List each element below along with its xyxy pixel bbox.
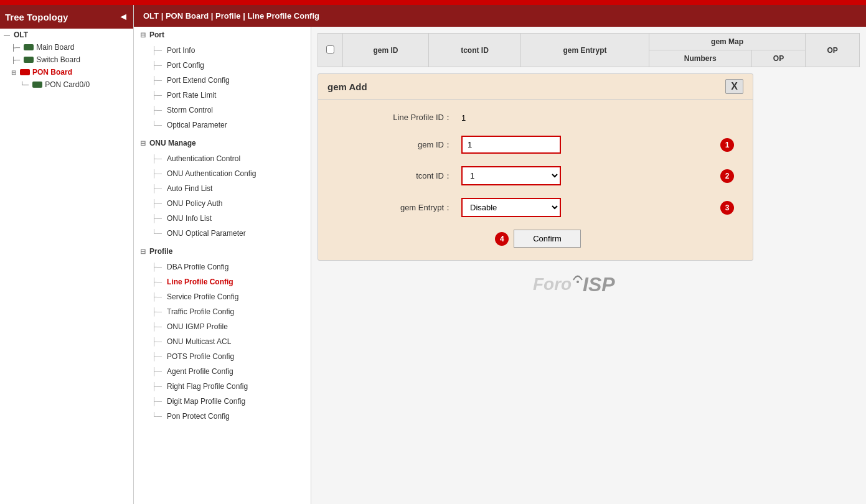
form-row-gem-entrypt: gem Entrypt： Disable Enable 3	[337, 198, 734, 217]
profile-section-label: Profile	[149, 247, 172, 256]
tree-item-switch-board[interactable]: ├─ Switch Board	[0, 54, 133, 66]
nav-item-onu-auth-config[interactable]: ├─ ONU Authentication Config	[134, 166, 311, 181]
tree-item-pon-card[interactable]: └─ PON Card0/0	[0, 78, 133, 91]
olt-label: OLT	[14, 30, 28, 39]
table-select-all-header	[318, 34, 343, 67]
sidebar-header: Tree Topology ◄	[0, 5, 133, 29]
gem-table: gem ID tcont ID gem Entrypt gem Map OP N…	[318, 33, 860, 67]
tree-item-pon-board[interactable]: ⊟ PON Board	[0, 66, 133, 78]
step-badge-2: 2	[720, 169, 734, 183]
pon-board-label: PON Board	[32, 68, 72, 77]
nav-item-onu-optical-parameter[interactable]: └─ ONU Optical Parameter	[134, 226, 311, 241]
nav-item-port-info[interactable]: ├─ Port Info	[134, 43, 311, 58]
form-row-line-profile-id: Line Profile ID： 1	[337, 112, 734, 123]
onu-manage-collapse-icon[interactable]: ⊟	[140, 139, 146, 147]
nav-item-right-flag-profile-config[interactable]: ├─ Right Flag Profile Config	[134, 379, 311, 394]
nav-item-dba-profile-config[interactable]: ├─ DBA Profile Config	[134, 259, 311, 274]
form-row-gem-id: gem ID： 1	[337, 136, 734, 154]
nav-item-onu-policy-auth[interactable]: ├─ ONU Policy Auth	[134, 196, 311, 211]
nav-panel: ⊟ Port ├─ Port Info ├─ Port Config ├─ Po…	[134, 27, 311, 504]
op-header: OP	[806, 34, 860, 67]
gem-add-body: Line Profile ID： 1 gem ID： 1	[318, 100, 753, 260]
line-profile-id-value: 1	[461, 113, 734, 123]
nav-section-port-header[interactable]: ⊟ Port	[134, 27, 311, 43]
nav-section-profile: ⊟ Profile ├─ DBA Profile Config ├─ Line …	[134, 243, 311, 424]
confirm-button[interactable]: Confirm	[514, 230, 581, 248]
nav-item-storm-control[interactable]: ├─ Storm Control	[134, 103, 311, 118]
sidebar-toggle-icon[interactable]: ◄	[118, 11, 128, 22]
nav-item-pon-protect-config[interactable]: └─ Pon Protect Config	[134, 409, 311, 424]
nav-item-onu-info-list[interactable]: ├─ ONU Info List	[134, 211, 311, 226]
gem-id-input[interactable]	[461, 136, 561, 154]
tree-item-main-board[interactable]: ├─ Main Board	[0, 41, 133, 54]
svg-text:ISP: ISP	[583, 273, 615, 296]
gem-entrypt-label: gem Entrypt：	[337, 202, 461, 213]
nav-item-digit-map-profile-config[interactable]: ├─ Digit Map Profile Config	[134, 394, 311, 409]
pon-board-collapse-icon[interactable]: ⊟	[11, 69, 16, 76]
nav-item-port-extend-config[interactable]: ├─ Port Extend Config	[134, 73, 311, 88]
pon-card-label: PON Card0/0	[45, 80, 90, 89]
sidebar: Tree Topology ◄ — OLT ├─ Main Board ├─ S…	[0, 5, 134, 504]
content-area: OLT | PON Board | Profile | Line Profile…	[134, 5, 866, 504]
nav-section-onu-manage-header[interactable]: ⊟ ONU Manage	[134, 135, 311, 151]
gem-map-numbers-subheader: Numbers	[649, 50, 751, 67]
nav-item-port-rate-limit[interactable]: ├─ Port Rate Limit	[134, 88, 311, 103]
profile-collapse-icon[interactable]: ⊟	[140, 248, 146, 256]
svg-text:Foro: Foro	[533, 274, 572, 294]
nav-item-traffic-profile-config[interactable]: ├─ Traffic Profile Config	[134, 304, 311, 319]
nav-item-auto-find-list[interactable]: ├─ Auto Find List	[134, 181, 311, 196]
olt-collapse-icon[interactable]: —	[4, 32, 10, 39]
breadcrumb: OLT | PON Board | Profile | Line Profile…	[134, 5, 866, 27]
nav-item-authentication-control[interactable]: ├─ Authentication Control	[134, 151, 311, 166]
gem-id-input-wrapper	[461, 136, 715, 154]
nav-section-profile-header[interactable]: ⊟ Profile	[134, 243, 311, 259]
watermark-text: Foro ISP	[527, 265, 651, 307]
main-board-icon	[24, 44, 34, 50]
confirm-row: 4 Confirm	[337, 230, 734, 248]
main-board-collapse-icon: ├─	[11, 44, 20, 51]
nav-item-onu-multicast-acl[interactable]: ├─ ONU Multicast ACL	[134, 334, 311, 349]
nav-main: ⊟ Port ├─ Port Info ├─ Port Config ├─ Po…	[134, 27, 866, 504]
gem-entrypt-select-wrapper: Disable Enable	[461, 198, 715, 217]
switch-board-connector: ├─	[11, 57, 20, 63]
sidebar-title: Tree Topology	[5, 12, 68, 22]
gem-entrypt-select[interactable]: Disable Enable	[461, 198, 561, 217]
nav-item-optical-parameter[interactable]: └─ Optical Parameter	[134, 118, 311, 133]
switch-board-label: Switch Board	[36, 55, 80, 64]
pon-board-icon	[20, 69, 30, 75]
gem-add-modal: gem Add X Line Profile ID： 1	[318, 73, 753, 261]
switch-board-icon	[24, 57, 34, 63]
port-collapse-icon[interactable]: ⊟	[140, 31, 146, 39]
step-badge-4: 4	[495, 232, 509, 246]
form-row-tcont-id: tcont ID： 1 2 3 4 2	[337, 166, 734, 185]
line-profile-id-static: 1	[461, 113, 466, 123]
pon-card-icon	[32, 82, 42, 88]
nav-item-port-config[interactable]: ├─ Port Config	[134, 58, 311, 73]
nav-item-pots-profile-config[interactable]: ├─ POTS Profile Config	[134, 349, 311, 364]
watermark-area: Foro ISP	[318, 261, 860, 310]
nav-section-onu-manage: ⊟ ONU Manage ├─ Authentication Control ├…	[134, 135, 311, 241]
onu-manage-section-label: ONU Manage	[149, 139, 196, 147]
step-badge-1: 1	[720, 138, 734, 152]
nav-section-port: ⊟ Port ├─ Port Info ├─ Port Config ├─ Po…	[134, 27, 311, 133]
select-all-checkbox[interactable]	[326, 45, 334, 54]
nav-item-onu-igmp-profile[interactable]: ├─ ONU IGMP Profile	[134, 319, 311, 334]
gem-add-close-button[interactable]: X	[725, 79, 743, 94]
main-layout: Tree Topology ◄ — OLT ├─ Main Board ├─ S…	[0, 5, 866, 504]
main-board-label: Main Board	[36, 43, 74, 52]
pon-card-connector: └─	[20, 82, 29, 88]
gem-map-header: gem Map	[649, 34, 806, 50]
gem-add-header: gem Add X	[318, 74, 753, 100]
top-red-bar	[0, 0, 866, 5]
nav-item-agent-profile-config[interactable]: ├─ Agent Profile Config	[134, 364, 311, 379]
nav-item-line-profile-config[interactable]: ├─ Line Profile Config	[134, 274, 311, 289]
main-content: gem ID tcont ID gem Entrypt gem Map OP N…	[311, 27, 866, 504]
gem-add-title: gem Add	[327, 82, 367, 92]
tcont-id-select[interactable]: 1 2 3 4	[461, 166, 561, 185]
foroisp-logo-svg: Foro ISP	[527, 265, 651, 302]
tcont-id-select-wrapper: 1 2 3 4	[461, 166, 715, 185]
line-profile-id-label: Line Profile ID：	[337, 112, 461, 123]
tree-item-olt[interactable]: — OLT	[0, 29, 133, 41]
nav-item-service-profile-config[interactable]: ├─ Service Profile Config	[134, 289, 311, 304]
gem-id-label: gem ID：	[337, 139, 461, 151]
